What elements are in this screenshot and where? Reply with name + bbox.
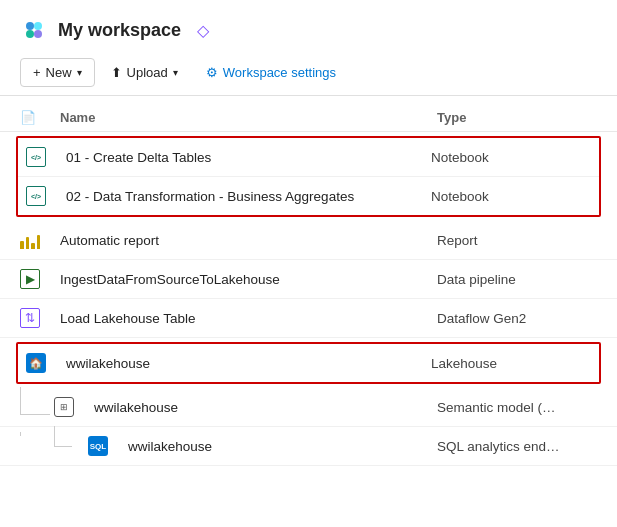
svg-point-2 xyxy=(26,30,34,38)
workspace-title: My workspace xyxy=(58,20,181,41)
name-col-header: Name xyxy=(60,110,437,125)
icon-col-header: 📄 xyxy=(20,110,60,125)
row-name: 01 - Create Delta Tables xyxy=(66,150,431,165)
row-icon-semantic: ⊞ xyxy=(54,397,94,417)
row-name: wwilakehouse xyxy=(94,400,437,415)
row-type: Notebook xyxy=(431,189,591,204)
new-button[interactable]: + New ▾ xyxy=(20,58,95,87)
workspace-icon xyxy=(20,16,48,44)
upload-label: Upload xyxy=(127,65,168,80)
file-header-icon: 📄 xyxy=(20,110,36,125)
table-row[interactable]: ▶ IngestDataFromSourceToLakehouse Data p… xyxy=(0,260,617,299)
row-name: Automatic report xyxy=(60,233,437,248)
highlighted-lakehouse-group: 🏠 wwilakehouse Lakehouse xyxy=(16,342,601,384)
upload-button[interactable]: ⬆ Upload ▾ xyxy=(99,59,190,86)
row-name: wwilakehouse xyxy=(128,439,437,454)
tree-line xyxy=(20,387,50,415)
upload-chevron-icon: ▾ xyxy=(173,67,178,78)
row-name: Load Lakehouse Table xyxy=(60,311,437,326)
row-type: Semantic model (… xyxy=(437,400,597,415)
row-type: Report xyxy=(437,233,597,248)
row-name: 02 - Data Transformation - Business Aggr… xyxy=(66,189,431,204)
row-type: Notebook xyxy=(431,150,591,165)
type-col-header: Type xyxy=(437,110,597,125)
toolbar: + New ▾ ⬆ Upload ▾ ⚙ Workspace settings xyxy=(0,54,617,96)
table-row-child[interactable]: SQL wwilakehouse SQL analytics end… xyxy=(0,427,617,466)
table-row[interactable]: 01 - Create Delta Tables Notebook xyxy=(18,138,599,177)
premium-icon: ◇ xyxy=(197,21,209,40)
table-row[interactable]: 02 - Data Transformation - Business Aggr… xyxy=(18,177,599,215)
new-chevron-icon: ▾ xyxy=(77,67,82,78)
tree-line xyxy=(20,432,50,436)
highlighted-notebook-group: 01 - Create Delta Tables Notebook 02 - D… xyxy=(16,136,601,217)
svg-point-3 xyxy=(34,30,42,38)
row-type: Lakehouse xyxy=(431,356,591,371)
row-icon-report xyxy=(20,230,60,250)
row-type: Dataflow Gen2 xyxy=(437,311,597,326)
table-row[interactable]: ⇅ Load Lakehouse Table Dataflow Gen2 xyxy=(0,299,617,338)
row-icon-dataflow: ⇅ xyxy=(20,308,60,328)
plus-icon: + xyxy=(33,65,41,80)
workspace-settings-button[interactable]: ⚙ Workspace settings xyxy=(194,59,348,86)
svg-point-1 xyxy=(34,22,42,30)
new-label: New xyxy=(46,65,72,80)
row-icon-notebook xyxy=(26,186,66,206)
svg-point-0 xyxy=(26,22,34,30)
table-row-child[interactable]: ⊞ wwilakehouse Semantic model (… xyxy=(0,388,617,427)
row-icon-sql: SQL xyxy=(88,436,128,456)
row-type: SQL analytics end… xyxy=(437,439,597,454)
row-name: IngestDataFromSourceToLakehouse xyxy=(60,272,437,287)
table-row[interactable]: 🏠 wwilakehouse Lakehouse xyxy=(18,344,599,382)
row-type: Data pipeline xyxy=(437,272,597,287)
row-icon-lakehouse: 🏠 xyxy=(26,353,66,373)
settings-label: Workspace settings xyxy=(223,65,336,80)
row-icon-notebook xyxy=(26,147,66,167)
upload-icon: ⬆ xyxy=(111,65,122,80)
header: My workspace ◇ xyxy=(0,0,617,54)
gear-icon: ⚙ xyxy=(206,65,218,80)
table-header: 📄 Name Type xyxy=(0,104,617,132)
workspace-table: 📄 Name Type 01 - Create Delta Tables Not… xyxy=(0,96,617,466)
row-name: wwilakehouse xyxy=(66,356,431,371)
row-icon-pipeline: ▶ xyxy=(20,269,60,289)
table-row[interactable]: Automatic report Report xyxy=(0,221,617,260)
